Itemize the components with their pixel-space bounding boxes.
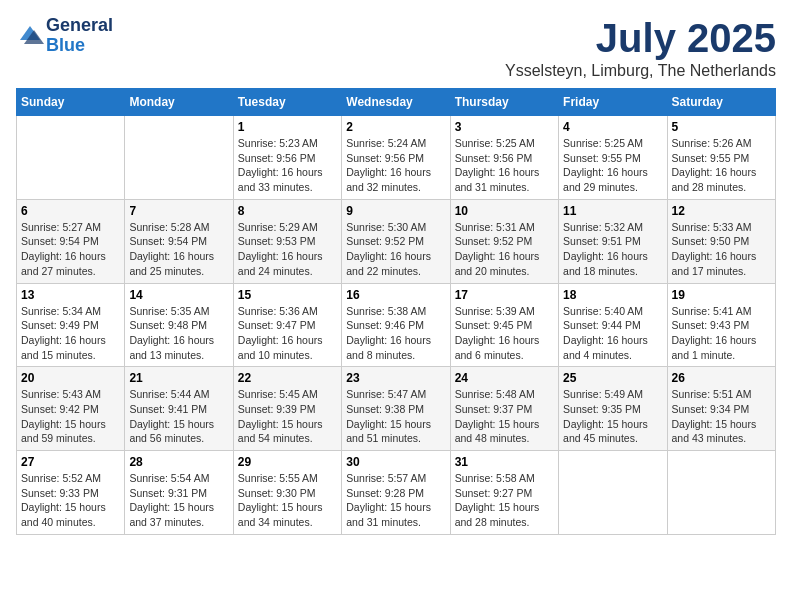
day-detail: Sunrise: 5:51 AM Sunset: 9:34 PM Dayligh…: [672, 387, 771, 446]
day-number: 16: [346, 288, 445, 302]
logo-text-general: General: [46, 16, 113, 36]
day-detail: Sunrise: 5:36 AM Sunset: 9:47 PM Dayligh…: [238, 304, 337, 363]
calendar-cell: 13Sunrise: 5:34 AM Sunset: 9:49 PM Dayli…: [17, 283, 125, 367]
day-detail: Sunrise: 5:23 AM Sunset: 9:56 PM Dayligh…: [238, 136, 337, 195]
day-detail: Sunrise: 5:43 AM Sunset: 9:42 PM Dayligh…: [21, 387, 120, 446]
day-detail: Sunrise: 5:25 AM Sunset: 9:56 PM Dayligh…: [455, 136, 554, 195]
calendar-cell: 6Sunrise: 5:27 AM Sunset: 9:54 PM Daylig…: [17, 199, 125, 283]
calendar-cell: 18Sunrise: 5:40 AM Sunset: 9:44 PM Dayli…: [559, 283, 667, 367]
day-number: 11: [563, 204, 662, 218]
day-detail: Sunrise: 5:30 AM Sunset: 9:52 PM Dayligh…: [346, 220, 445, 279]
day-number: 25: [563, 371, 662, 385]
day-number: 31: [455, 455, 554, 469]
logo-text-blue: Blue: [46, 36, 113, 56]
location-subtitle: Ysselsteyn, Limburg, The Netherlands: [505, 62, 776, 80]
day-detail: Sunrise: 5:44 AM Sunset: 9:41 PM Dayligh…: [129, 387, 228, 446]
weekday-header-cell: Wednesday: [342, 89, 450, 116]
calendar-table: SundayMondayTuesdayWednesdayThursdayFrid…: [16, 88, 776, 535]
day-detail: Sunrise: 5:29 AM Sunset: 9:53 PM Dayligh…: [238, 220, 337, 279]
calendar-cell: 11Sunrise: 5:32 AM Sunset: 9:51 PM Dayli…: [559, 199, 667, 283]
calendar-cell: 21Sunrise: 5:44 AM Sunset: 9:41 PM Dayli…: [125, 367, 233, 451]
day-number: 4: [563, 120, 662, 134]
weekday-header-cell: Saturday: [667, 89, 775, 116]
day-number: 15: [238, 288, 337, 302]
day-detail: Sunrise: 5:31 AM Sunset: 9:52 PM Dayligh…: [455, 220, 554, 279]
day-detail: Sunrise: 5:35 AM Sunset: 9:48 PM Dayligh…: [129, 304, 228, 363]
day-number: 22: [238, 371, 337, 385]
day-detail: Sunrise: 5:32 AM Sunset: 9:51 PM Dayligh…: [563, 220, 662, 279]
day-number: 3: [455, 120, 554, 134]
calendar-cell: 28Sunrise: 5:54 AM Sunset: 9:31 PM Dayli…: [125, 451, 233, 535]
day-number: 26: [672, 371, 771, 385]
calendar-week-row: 1Sunrise: 5:23 AM Sunset: 9:56 PM Daylig…: [17, 116, 776, 200]
weekday-header-row: SundayMondayTuesdayWednesdayThursdayFrid…: [17, 89, 776, 116]
weekday-header-cell: Friday: [559, 89, 667, 116]
day-detail: Sunrise: 5:45 AM Sunset: 9:39 PM Dayligh…: [238, 387, 337, 446]
calendar-cell: 8Sunrise: 5:29 AM Sunset: 9:53 PM Daylig…: [233, 199, 341, 283]
day-detail: Sunrise: 5:52 AM Sunset: 9:33 PM Dayligh…: [21, 471, 120, 530]
day-detail: Sunrise: 5:24 AM Sunset: 9:56 PM Dayligh…: [346, 136, 445, 195]
calendar-body: 1Sunrise: 5:23 AM Sunset: 9:56 PM Daylig…: [17, 116, 776, 535]
calendar-week-row: 6Sunrise: 5:27 AM Sunset: 9:54 PM Daylig…: [17, 199, 776, 283]
logo: General Blue: [16, 16, 113, 56]
weekday-header-cell: Thursday: [450, 89, 558, 116]
day-detail: Sunrise: 5:38 AM Sunset: 9:46 PM Dayligh…: [346, 304, 445, 363]
day-detail: Sunrise: 5:55 AM Sunset: 9:30 PM Dayligh…: [238, 471, 337, 530]
calendar-cell: 29Sunrise: 5:55 AM Sunset: 9:30 PM Dayli…: [233, 451, 341, 535]
calendar-week-row: 27Sunrise: 5:52 AM Sunset: 9:33 PM Dayli…: [17, 451, 776, 535]
calendar-cell: 10Sunrise: 5:31 AM Sunset: 9:52 PM Dayli…: [450, 199, 558, 283]
calendar-cell: 26Sunrise: 5:51 AM Sunset: 9:34 PM Dayli…: [667, 367, 775, 451]
calendar-cell: 31Sunrise: 5:58 AM Sunset: 9:27 PM Dayli…: [450, 451, 558, 535]
day-detail: Sunrise: 5:41 AM Sunset: 9:43 PM Dayligh…: [672, 304, 771, 363]
calendar-cell: 4Sunrise: 5:25 AM Sunset: 9:55 PM Daylig…: [559, 116, 667, 200]
day-number: 5: [672, 120, 771, 134]
weekday-header-cell: Sunday: [17, 89, 125, 116]
day-number: 24: [455, 371, 554, 385]
calendar-cell: 5Sunrise: 5:26 AM Sunset: 9:55 PM Daylig…: [667, 116, 775, 200]
day-number: 13: [21, 288, 120, 302]
day-detail: Sunrise: 5:40 AM Sunset: 9:44 PM Dayligh…: [563, 304, 662, 363]
calendar-cell: 12Sunrise: 5:33 AM Sunset: 9:50 PM Dayli…: [667, 199, 775, 283]
day-detail: Sunrise: 5:27 AM Sunset: 9:54 PM Dayligh…: [21, 220, 120, 279]
calendar-cell: [559, 451, 667, 535]
day-number: 19: [672, 288, 771, 302]
calendar-cell: 17Sunrise: 5:39 AM Sunset: 9:45 PM Dayli…: [450, 283, 558, 367]
day-number: 20: [21, 371, 120, 385]
logo-icon: [16, 22, 44, 50]
calendar-cell: 19Sunrise: 5:41 AM Sunset: 9:43 PM Dayli…: [667, 283, 775, 367]
day-number: 12: [672, 204, 771, 218]
calendar-cell: 24Sunrise: 5:48 AM Sunset: 9:37 PM Dayli…: [450, 367, 558, 451]
calendar-cell: 1Sunrise: 5:23 AM Sunset: 9:56 PM Daylig…: [233, 116, 341, 200]
day-number: 28: [129, 455, 228, 469]
day-number: 2: [346, 120, 445, 134]
month-title: July 2025: [505, 16, 776, 60]
calendar-cell: 30Sunrise: 5:57 AM Sunset: 9:28 PM Dayli…: [342, 451, 450, 535]
day-detail: Sunrise: 5:48 AM Sunset: 9:37 PM Dayligh…: [455, 387, 554, 446]
calendar-cell: 23Sunrise: 5:47 AM Sunset: 9:38 PM Dayli…: [342, 367, 450, 451]
day-number: 17: [455, 288, 554, 302]
day-number: 14: [129, 288, 228, 302]
calendar-week-row: 13Sunrise: 5:34 AM Sunset: 9:49 PM Dayli…: [17, 283, 776, 367]
day-number: 1: [238, 120, 337, 134]
calendar-cell: 2Sunrise: 5:24 AM Sunset: 9:56 PM Daylig…: [342, 116, 450, 200]
day-number: 23: [346, 371, 445, 385]
day-detail: Sunrise: 5:54 AM Sunset: 9:31 PM Dayligh…: [129, 471, 228, 530]
day-detail: Sunrise: 5:28 AM Sunset: 9:54 PM Dayligh…: [129, 220, 228, 279]
calendar-cell: [125, 116, 233, 200]
day-number: 21: [129, 371, 228, 385]
day-detail: Sunrise: 5:58 AM Sunset: 9:27 PM Dayligh…: [455, 471, 554, 530]
day-detail: Sunrise: 5:33 AM Sunset: 9:50 PM Dayligh…: [672, 220, 771, 279]
day-number: 9: [346, 204, 445, 218]
calendar-cell: 20Sunrise: 5:43 AM Sunset: 9:42 PM Dayli…: [17, 367, 125, 451]
day-number: 6: [21, 204, 120, 218]
day-detail: Sunrise: 5:47 AM Sunset: 9:38 PM Dayligh…: [346, 387, 445, 446]
day-detail: Sunrise: 5:49 AM Sunset: 9:35 PM Dayligh…: [563, 387, 662, 446]
day-number: 7: [129, 204, 228, 218]
day-number: 8: [238, 204, 337, 218]
calendar-cell: 15Sunrise: 5:36 AM Sunset: 9:47 PM Dayli…: [233, 283, 341, 367]
calendar-cell: 25Sunrise: 5:49 AM Sunset: 9:35 PM Dayli…: [559, 367, 667, 451]
weekday-header-cell: Tuesday: [233, 89, 341, 116]
title-area: July 2025 Ysselsteyn, Limburg, The Nethe…: [505, 16, 776, 80]
calendar-cell: 27Sunrise: 5:52 AM Sunset: 9:33 PM Dayli…: [17, 451, 125, 535]
day-number: 30: [346, 455, 445, 469]
